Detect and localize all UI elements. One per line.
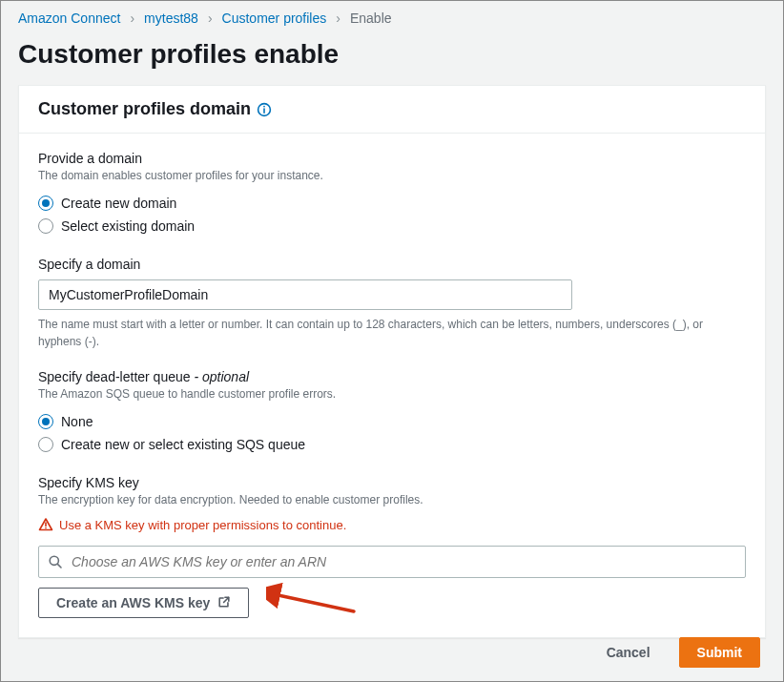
radio-icon [38, 414, 53, 429]
kms-warning-text: Use a KMS key with proper permissions to… [59, 518, 346, 532]
svg-point-4 [45, 527, 47, 529]
panel-header: Customer profiles domain [19, 86, 765, 134]
cancel-button[interactable]: Cancel [589, 637, 668, 668]
submit-button[interactable]: Submit [679, 637, 760, 668]
dead-letter-queue-group: Specify dead-letter queue - optional The… [38, 369, 746, 456]
breadcrumb: Amazon Connect › mytest88 › Customer pro… [1, 1, 783, 35]
radio-label: Create new domain [61, 196, 176, 211]
dlq-label: Specify dead-letter queue - optional [38, 369, 746, 384]
create-kms-key-button[interactable]: Create an AWS KMS key [38, 588, 249, 618]
breadcrumb-link-instance[interactable]: mytest88 [144, 10, 198, 26]
specify-domain-label: Specify a domain [38, 257, 746, 272]
button-label: Create an AWS KMS key [56, 595, 210, 610]
footer-actions: Cancel Submit [589, 637, 760, 668]
radio-select-existing-domain[interactable]: Select existing domain [38, 215, 746, 238]
customer-profiles-domain-panel: Customer profiles domain Provide a domai… [18, 85, 766, 638]
info-icon[interactable] [257, 102, 272, 117]
panel-title: Customer profiles domain [38, 99, 251, 119]
radio-icon [38, 196, 53, 211]
radio-dlq-create-or-select[interactable]: Create new or select existing SQS queue [38, 433, 746, 456]
specify-domain-group: Specify a domain The name must start wit… [38, 257, 746, 350]
kms-key-search-input[interactable] [38, 546, 746, 578]
chevron-right-icon: › [130, 10, 134, 26]
radio-label: None [61, 414, 93, 429]
radio-dlq-none[interactable]: None [38, 410, 746, 433]
dlq-desc: The Amazon SQS queue to handle customer … [38, 386, 746, 403]
external-link-icon [217, 595, 231, 611]
svg-point-2 [263, 105, 265, 107]
radio-label: Select existing domain [61, 218, 195, 234]
svg-line-7 [224, 597, 229, 602]
kms-desc: The encryption key for data encryption. … [38, 492, 746, 508]
kms-key-search-wrap [38, 546, 746, 578]
kms-key-group: Specify KMS key The encryption key for d… [38, 475, 746, 619]
svg-line-6 [57, 565, 61, 568]
kms-label: Specify KMS key [38, 475, 746, 490]
chevron-right-icon: › [208, 10, 213, 26]
domain-name-input[interactable] [38, 279, 572, 310]
provide-domain-label: Provide a domain [38, 151, 746, 166]
radio-icon [38, 218, 53, 234]
breadcrumb-link-customer-profiles[interactable]: Customer profiles [222, 10, 327, 26]
warning-triangle-icon [38, 517, 53, 532]
domain-name-hint: The name must start with a letter or num… [38, 316, 725, 350]
page-title: Customer profiles enable [18, 39, 766, 70]
provide-domain-desc: The domain enables customer profiles for… [38, 168, 746, 184]
chevron-right-icon: › [336, 10, 340, 26]
radio-label: Create new or select existing SQS queue [61, 437, 305, 452]
kms-warning: Use a KMS key with proper permissions to… [38, 517, 746, 532]
breadcrumb-current: Enable [350, 10, 392, 26]
provide-domain-group: Provide a domain The domain enables cust… [38, 151, 746, 238]
radio-create-new-domain[interactable]: Create new domain [38, 192, 746, 215]
radio-icon [38, 437, 53, 452]
search-icon [48, 554, 63, 569]
breadcrumb-link-amazon-connect[interactable]: Amazon Connect [18, 10, 120, 26]
